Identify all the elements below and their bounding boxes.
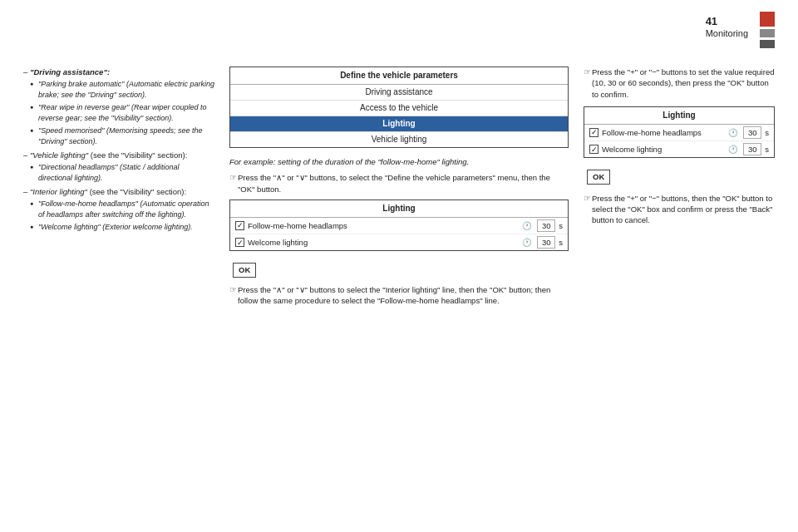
- checkbox-follow-me-mid: [235, 221, 244, 230]
- list-item-speed-memorised: "Speed memorised" (Memorising speeds; se…: [30, 126, 214, 147]
- page-section: Monitoring: [706, 27, 748, 39]
- driving-assistance-label: "Driving assistance":: [30, 67, 110, 76]
- checkbox-welcome-mid: [235, 238, 244, 247]
- clock-icon-3: 🕐: [728, 127, 738, 138]
- row-welcome-right: Welcome lighting 🕐 30 s: [584, 141, 774, 157]
- follow-me-unit-right: s: [765, 127, 769, 138]
- gray-block-1: [760, 29, 775, 37]
- welcome-unit-right: s: [765, 144, 769, 155]
- gray-block-2: [760, 40, 775, 48]
- lighting-box-right: Lighting Follow-me-home headlamps 🕐 30 s…: [584, 106, 775, 159]
- clock-icon-2: 🕐: [522, 237, 532, 248]
- follow-me-value-right: 30: [743, 126, 761, 139]
- dash-symbol: –: [23, 67, 27, 76]
- follow-me-label-right: Follow-me-home headlamps: [602, 127, 725, 138]
- ok-button-mid[interactable]: OK: [233, 263, 256, 277]
- menu-lighting-selected: Lighting: [230, 116, 568, 132]
- row-welcome-mid: Welcome lighting 🕐 30 s: [230, 234, 568, 250]
- mid-instruction-2: Press the "∧" or "∨" buttons to select t…: [229, 284, 569, 307]
- menu-vehicle-lighting: Vehicle lighting: [230, 132, 568, 147]
- right-instruction-2: Press the "+" or "−" buttons, then the "…: [584, 193, 775, 226]
- define-vehicle-box: Define the vehicle parameters Driving as…: [229, 66, 569, 148]
- page-number: 41: [706, 15, 748, 27]
- menu-access-vehicle: Access to the vehicle: [230, 101, 568, 116]
- welcome-value-right: 30: [743, 143, 761, 155]
- clock-icon-1: 🕐: [522, 220, 532, 231]
- row-follow-me-mid: Follow-me-home headlamps 🕐 30 s: [230, 218, 568, 234]
- lighting-box-mid: Lighting Follow-me-home headlamps 🕐 30 s…: [229, 200, 569, 252]
- welcome-unit-mid: s: [559, 237, 563, 248]
- red-block: [760, 12, 775, 27]
- mid-column: Define the vehicle parameters Driving as…: [214, 66, 584, 499]
- list-item-follow-me-home: "Follow-me-home headlamps" (Automatic op…: [30, 199, 214, 220]
- follow-me-label-mid: Follow-me-home headlamps: [248, 220, 519, 231]
- checkbox-follow-me-right: [589, 128, 598, 137]
- page-header: 41 Monitoring: [706, 15, 748, 39]
- menu-driving-assistance: Driving assistance: [230, 85, 568, 101]
- list-item-directional: "Directional headlamps" (Static / additi…: [30, 162, 214, 184]
- checkbox-welcome-right: [589, 145, 598, 154]
- welcome-label-mid: Welcome lighting: [248, 237, 519, 248]
- row-follow-me-right: Follow-me-home headlamps 🕐 30 s: [584, 125, 774, 141]
- list-item-rear-wipe: "Rear wipe in reverse gear" (Rear wiper …: [30, 102, 214, 124]
- define-vehicle-title: Define the vehicle parameters: [230, 67, 568, 85]
- mid-instruction-1: Press the "∧" or "∨" buttons, to select …: [229, 172, 569, 195]
- welcome-label-right: Welcome lighting: [602, 144, 725, 155]
- right-instruction-1: Press the "+" or "−" buttons to set the …: [584, 66, 775, 100]
- color-blocks: [760, 12, 775, 48]
- interior-lighting-label: "Interior lighting": [30, 187, 87, 196]
- left-column: – "Driving assistance": "Parking brake a…: [23, 66, 214, 499]
- list-item-interior-lighting: – "Interior lighting" (see the "Visibili…: [23, 186, 214, 233]
- mid-para: For example: setting of the duration of …: [229, 156, 569, 167]
- main-content: – "Driving assistance": "Parking brake a…: [23, 66, 775, 499]
- clock-icon-4: 🕐: [728, 144, 738, 155]
- list-item-driving-assistance: – "Driving assistance": "Parking brake a…: [23, 66, 214, 147]
- follow-me-value-mid: 30: [537, 219, 555, 232]
- ok-button-right[interactable]: OK: [587, 170, 610, 184]
- vehicle-lighting-label: "Vehicle lighting": [30, 150, 88, 160]
- right-column: Press the "+" or "−" buttons to set the …: [584, 66, 775, 499]
- follow-me-unit-mid: s: [559, 220, 563, 231]
- lighting-title-right: Lighting: [584, 107, 774, 125]
- list-item-parking-brake: "Parking brake automatic" (Automatic ele…: [30, 79, 214, 101]
- list-item-welcome-lighting: "Welcome lighting" (Exterior welcome lig…: [30, 222, 214, 233]
- welcome-value-mid: 30: [537, 236, 555, 249]
- lighting-title-mid: Lighting: [230, 200, 568, 218]
- list-item-vehicle-lighting: – "Vehicle lighting" (see the "Visibilit…: [23, 150, 214, 184]
